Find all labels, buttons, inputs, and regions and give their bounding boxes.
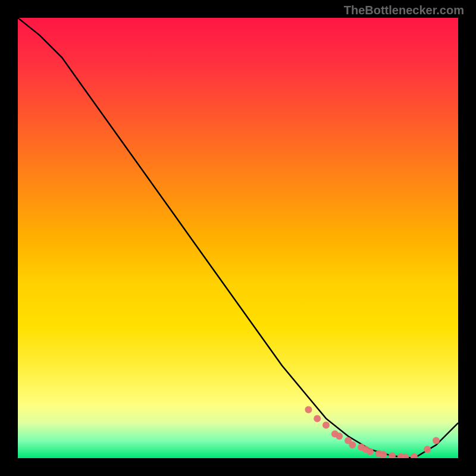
- svg-point-15: [411, 453, 418, 458]
- chart-svg: [18, 18, 458, 458]
- svg-point-4: [336, 433, 343, 440]
- svg-point-12: [389, 452, 396, 458]
- marker-dots: [305, 406, 440, 458]
- svg-point-16: [424, 446, 431, 453]
- curve-line: [18, 18, 458, 458]
- svg-point-17: [433, 437, 440, 444]
- svg-point-6: [349, 441, 356, 449]
- svg-point-11: [380, 451, 387, 458]
- svg-point-1: [314, 415, 321, 422]
- svg-point-9: [367, 448, 374, 455]
- chart-container: TheBottlenecker.com: [0, 0, 476, 476]
- plot-area: [18, 18, 458, 458]
- svg-point-2: [322, 422, 330, 429]
- svg-point-0: [305, 406, 312, 414]
- watermark-text: TheBottlenecker.com: [344, 4, 464, 17]
